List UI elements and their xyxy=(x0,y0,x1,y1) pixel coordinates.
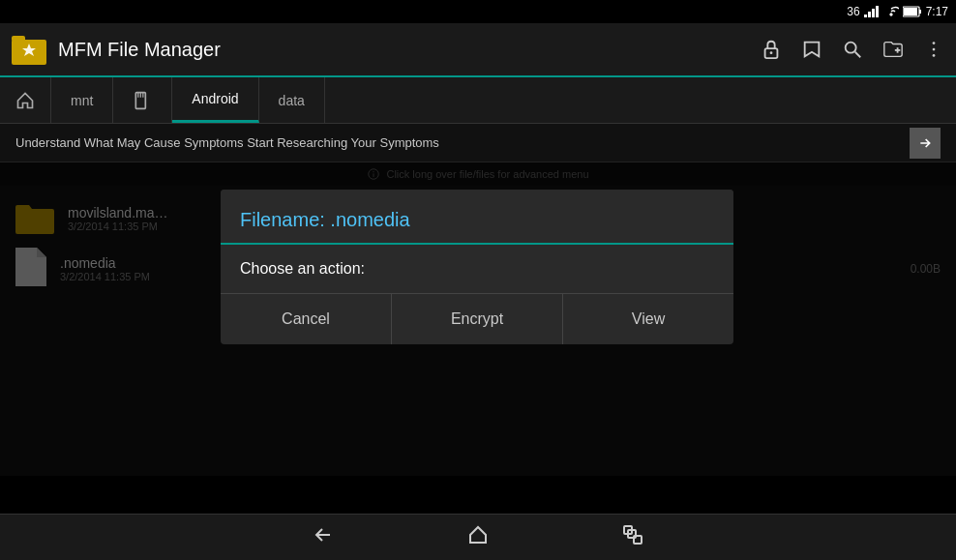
banner: Understand What May Cause Symptoms Start… xyxy=(0,124,956,162)
title-actions xyxy=(761,39,944,60)
tab-mnt[interactable]: mnt xyxy=(51,77,113,123)
search-icon[interactable] xyxy=(842,39,863,60)
status-icons: 36 7:17 xyxy=(847,5,948,18)
back-button[interactable] xyxy=(304,516,343,560)
home-nav-icon xyxy=(466,523,490,546)
bottom-nav xyxy=(0,514,956,560)
svg-rect-6 xyxy=(904,8,917,15)
dialog: Filename: .nomedia Choose an action: Can… xyxy=(221,190,733,344)
app-title: MFM File Manager xyxy=(58,39,761,61)
svg-point-18 xyxy=(933,54,936,57)
status-bar: 36 7:17 xyxy=(0,0,956,23)
svg-rect-2 xyxy=(872,9,875,17)
svg-line-13 xyxy=(855,52,861,58)
home-button[interactable] xyxy=(459,516,497,560)
tab-home[interactable] xyxy=(0,77,51,123)
dialog-body: Choose an action: xyxy=(221,245,733,278)
svg-point-12 xyxy=(846,43,856,53)
tab-sd[interactable] xyxy=(113,77,172,123)
lock-icon[interactable] xyxy=(761,39,782,60)
app-icon xyxy=(12,32,46,67)
svg-rect-5 xyxy=(919,10,921,14)
svg-rect-8 xyxy=(12,36,25,42)
banner-text: Understand What May Cause Symptoms Start… xyxy=(15,135,910,150)
more-icon[interactable] xyxy=(923,39,944,60)
signal-icon xyxy=(864,6,880,17)
banner-arrow-icon xyxy=(917,135,933,151)
tab-android[interactable]: Android xyxy=(172,77,258,123)
svg-rect-1 xyxy=(868,12,871,17)
wifi-icon xyxy=(883,6,899,17)
tab-bar: mnt Android data xyxy=(0,77,956,124)
svg-point-16 xyxy=(933,42,936,44)
recents-icon xyxy=(621,523,644,546)
dialog-title-bar: Filename: .nomedia xyxy=(221,190,733,243)
tab-data[interactable]: data xyxy=(259,77,325,123)
svg-point-11 xyxy=(770,51,773,54)
new-folder-icon[interactable] xyxy=(882,39,904,60)
dialog-subtitle: Choose an action: xyxy=(240,260,714,278)
recents-button[interactable] xyxy=(613,516,652,560)
dialog-actions: Cancel Encrypt View xyxy=(221,293,733,344)
banner-arrow[interactable] xyxy=(910,128,941,159)
home-tab-icon xyxy=(15,91,35,110)
main-content: Click long over file/files for advanced … xyxy=(0,162,956,476)
signal-strength: 36 xyxy=(847,5,859,18)
title-bar: MFM File Manager xyxy=(0,23,956,77)
back-icon xyxy=(312,523,335,546)
encrypt-button[interactable]: Encrypt xyxy=(392,294,563,344)
clock: 7:17 xyxy=(926,5,948,18)
battery-icon xyxy=(903,6,922,17)
cancel-button[interactable]: Cancel xyxy=(221,294,392,344)
sd-icon xyxy=(133,91,152,110)
bookmark-icon[interactable] xyxy=(801,39,822,60)
dialog-title: Filename: .nomedia xyxy=(240,209,714,231)
svg-point-17 xyxy=(933,48,936,51)
svg-rect-0 xyxy=(864,15,867,17)
view-button[interactable]: View xyxy=(563,294,733,344)
svg-rect-3 xyxy=(876,6,879,17)
